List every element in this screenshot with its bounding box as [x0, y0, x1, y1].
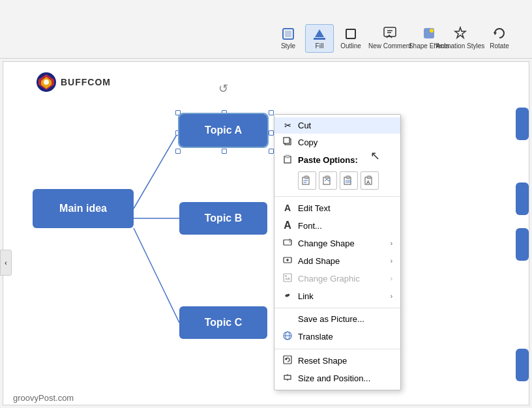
size-position-icon — [282, 373, 293, 384]
paste-btn-4[interactable]: A — [361, 171, 379, 190]
topic-c-shape[interactable]: Topic C — [179, 306, 267, 339]
menu-item-link[interactable]: Link › — [274, 287, 400, 305]
svg-rect-32 — [367, 176, 371, 179]
paste-btn-3[interactable] — [340, 171, 358, 190]
svg-rect-23 — [304, 176, 308, 179]
rotate-button[interactable]: Rotate — [485, 23, 514, 53]
new-comment-button[interactable]: New Comment — [376, 23, 404, 53]
outline-icon — [344, 27, 357, 42]
topic-a-label: Topic A — [205, 124, 242, 136]
svg-text:A: A — [366, 179, 370, 185]
divider-after-paste — [274, 196, 400, 197]
right-shape-3 — [516, 228, 529, 261]
paste-btn-2[interactable] — [319, 171, 337, 190]
rotate-icon — [492, 26, 507, 42]
add-shape-label: Add Shape — [298, 256, 385, 266]
menu-item-add-shape[interactable]: Add Shape › — [274, 252, 400, 270]
menu-item-translate[interactable]: Translate — [274, 327, 400, 346]
svg-rect-34 — [284, 240, 291, 245]
svg-point-8 — [430, 29, 434, 33]
change-shape-icon — [282, 238, 293, 249]
reset-shape-label: Reset Shape — [298, 356, 392, 366]
menu-item-change-shape[interactable]: Change Shape › — [274, 235, 400, 252]
new-comment-label: New Comment — [368, 42, 411, 50]
style-icon — [282, 27, 295, 42]
selection-handle[interactable] — [269, 110, 274, 115]
size-position-label: Size and Position... — [298, 373, 392, 383]
main-idea-shape[interactable]: Main idea — [33, 189, 134, 228]
selection-handle[interactable] — [269, 149, 274, 154]
change-shape-label: Change Shape — [298, 239, 385, 248]
menu-item-font[interactable]: A Font... — [274, 216, 400, 235]
menu-item-save-picture[interactable]: Save as Picture... — [274, 311, 400, 327]
svg-marker-10 — [494, 32, 497, 35]
change-graphic-arrow: › — [391, 275, 392, 282]
cut-icon: ✂ — [282, 121, 293, 130]
new-comment-icon — [383, 26, 397, 42]
divider-after-link — [274, 308, 400, 308]
scroll-icon: ‹ — [5, 259, 7, 267]
selection-handle[interactable] — [269, 130, 274, 136]
svg-marker-9 — [455, 27, 466, 38]
topic-c-label: Topic C — [205, 317, 242, 328]
mindmap: ↺ Main idea Topic A Topic B Topic C — [3, 62, 529, 405]
animation-styles-icon — [453, 26, 467, 42]
paste-icon — [282, 154, 293, 166]
svg-rect-19 — [284, 138, 289, 143]
reset-shape-icon — [282, 355, 293, 366]
cut-label: Cut — [298, 121, 392, 130]
svg-point-17 — [44, 80, 49, 85]
svg-rect-30 — [346, 180, 351, 183]
svg-rect-44 — [284, 356, 291, 364]
paste-btn-1[interactable] — [298, 171, 316, 190]
selection-handle[interactable] — [222, 149, 227, 154]
svg-rect-1 — [285, 31, 291, 37]
animation-styles-label: Animation Styles — [436, 42, 484, 50]
fill-button[interactable]: Fill — [305, 24, 334, 53]
right-shape-2 — [516, 182, 529, 215]
save-picture-label: Save as Picture... — [298, 314, 392, 324]
watermark: groovyPost.com — [13, 393, 74, 403]
menu-item-size-position[interactable]: Size and Position... — [274, 370, 400, 387]
menu-item-edit-text[interactable]: A Edit Text — [274, 199, 400, 216]
copy-label: Copy — [298, 138, 392, 147]
edit-text-icon: A — [282, 203, 293, 213]
context-menu: ✂ Cut Copy Paste Options: — [274, 114, 401, 390]
animation-styles-button[interactable]: Animation Styles — [446, 23, 475, 53]
change-graphic-icon — [282, 273, 293, 284]
svg-rect-46 — [284, 375, 291, 379]
selection-handle[interactable] — [175, 149, 181, 154]
rotate-label: Rotate — [490, 42, 509, 50]
watermark-text: groovyPost.com — [13, 393, 74, 403]
menu-item-reset-shape[interactable]: Reset Shape — [274, 352, 400, 370]
style-button[interactable]: Style — [274, 24, 303, 53]
outline-button[interactable]: Outline — [336, 24, 365, 53]
paste-options-row: A — [274, 169, 400, 194]
font-icon: A — [282, 220, 293, 231]
menu-item-change-graphic[interactable]: Change Graphic › — [274, 270, 400, 287]
change-shape-arrow: › — [391, 240, 392, 247]
svg-point-39 — [285, 275, 287, 277]
svg-rect-2 — [314, 38, 325, 40]
menu-item-paste-options[interactable]: Paste Options: — [274, 151, 400, 169]
canvas-area: ↺ Main idea Topic A Topic B Topic C — [3, 61, 529, 405]
add-shape-arrow: › — [391, 257, 392, 265]
outline-label: Outline — [340, 42, 361, 50]
svg-rect-21 — [286, 155, 289, 158]
change-graphic-label: Change Graphic — [298, 274, 385, 284]
topic-a-shape[interactable]: Topic A — [179, 114, 267, 147]
svg-rect-3 — [346, 29, 355, 38]
svg-rect-38 — [284, 274, 291, 282]
paste-options-label: Paste Options: — [298, 155, 392, 165]
menu-item-copy[interactable]: Copy — [274, 134, 400, 151]
translate-label: Translate — [298, 332, 392, 342]
svg-line-11 — [134, 130, 179, 209]
logo-icon — [36, 72, 57, 93]
fill-label: Fill — [316, 42, 324, 50]
topic-b-shape[interactable]: Topic B — [179, 202, 267, 235]
scroll-left-button[interactable]: ‹ — [0, 250, 12, 276]
rotate-handle[interactable]: ↺ — [218, 81, 228, 96]
style-label: Style — [281, 42, 295, 50]
menu-item-cut[interactable]: ✂ Cut — [274, 117, 400, 134]
right-shape-4 — [516, 349, 529, 381]
